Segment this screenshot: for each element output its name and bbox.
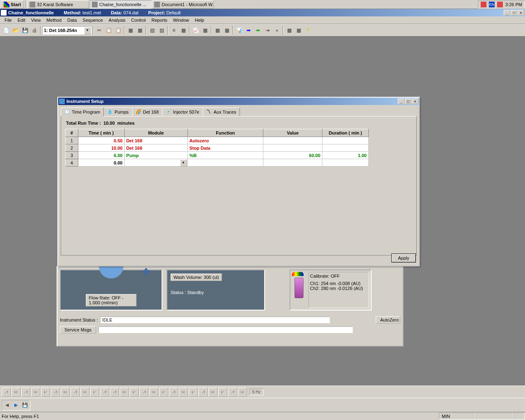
dialog-titlebar[interactable]: Instrument Setup _ □ ✕ (58, 98, 419, 105)
apply-button[interactable]: Apply (391, 253, 416, 262)
tray-icon[interactable] (481, 2, 486, 7)
tab-pumps[interactable]: 💧Pumps (103, 107, 132, 116)
table-row[interactable]: 210.00Det 168Stop Data (66, 144, 369, 152)
close-button[interactable]: ✕ (412, 98, 418, 104)
table-row[interactable]: 10.50Det 168Autozero (66, 137, 369, 144)
chart-button[interactable]: 📈 (191, 26, 200, 35)
peak-tool[interactable]: ⩘ (21, 388, 30, 397)
menu-control[interactable]: Control (128, 17, 148, 23)
copy-button[interactable]: 📋 (104, 26, 113, 35)
open-button[interactable]: 📂 (11, 26, 20, 35)
peak-tool[interactable]: ⩙ (149, 388, 158, 397)
peak-tool[interactable]: ⩗ (41, 388, 50, 397)
peak-tool[interactable]: ⩗ (90, 388, 99, 397)
cell-duration[interactable] (322, 159, 369, 167)
tool-button[interactable]: ▦ (201, 26, 210, 35)
taskbar-item-karat[interactable]: 32 Karat Software (27, 0, 89, 9)
time-program-table[interactable]: # Time ( min ) Module Function Value Dur… (65, 129, 369, 167)
peak-tool[interactable]: ⩘ (228, 388, 237, 397)
cell-time[interactable]: 0.00 (78, 159, 124, 167)
table-row[interactable]: 40.00 (66, 159, 369, 167)
autozero-button[interactable]: AutoZero (376, 316, 400, 324)
save-button[interactable]: 💾 (21, 402, 29, 409)
peak-tool[interactable]: ⩘ (139, 388, 148, 397)
close-button[interactable]: ✕ (518, 10, 524, 16)
peak-tool[interactable]: ⩘ (100, 388, 109, 397)
peak-tool[interactable]: ⩘ (51, 388, 60, 397)
maximize-button[interactable]: □ (405, 98, 411, 104)
cell-module[interactable]: Det 168 (124, 144, 187, 152)
menu-window[interactable]: Window (170, 17, 192, 23)
cell-duration[interactable] (322, 137, 369, 144)
minimize-button[interactable]: _ (504, 10, 510, 16)
minimize-button[interactable]: _ (398, 98, 404, 104)
menu-analysis[interactable]: Analysis (106, 17, 128, 23)
paste-button[interactable]: 📋 (114, 26, 123, 35)
tab-time-program[interactable]: 🕓Time Program (61, 107, 104, 116)
play-button[interactable]: ▶ (12, 402, 20, 409)
service-msgs-button[interactable]: Service Msgs (60, 326, 96, 333)
cell-value[interactable] (263, 159, 322, 167)
print-button[interactable]: 🖨 (30, 26, 39, 35)
peak-tool[interactable]: ⩙ (179, 388, 188, 397)
peak-tool[interactable]: ⩗ (218, 388, 227, 397)
tool-button[interactable]: ⇥ (263, 26, 272, 35)
save-button[interactable]: 💾 (21, 26, 30, 35)
cell-duration[interactable]: 1.00 (322, 152, 369, 159)
arrow-right-button[interactable]: ➡ (253, 26, 262, 35)
peak-tool[interactable]: ⩘ (2, 388, 11, 397)
detector-combo[interactable]: 1: Det 168-254n (42, 26, 91, 34)
tool-button[interactable]: ▦ (285, 26, 294, 35)
tool-button[interactable]: ▦ (135, 26, 144, 35)
menu-method[interactable]: Method (43, 17, 64, 23)
peak-tool[interactable]: ⩙ (208, 388, 217, 397)
peak-tool[interactable]: ⩙ (31, 388, 40, 397)
cell-time[interactable]: 0.50 (78, 137, 124, 144)
prev-button[interactable]: ◀ (3, 402, 11, 409)
tool-button[interactable]: ▦ (222, 26, 231, 35)
cell-function[interactable] (187, 159, 263, 167)
cell-duration[interactable] (322, 144, 369, 152)
cell-module[interactable]: Det 168 (124, 137, 187, 144)
menu-file[interactable]: File (2, 17, 15, 23)
peak-tool[interactable]: ⩘ (71, 388, 80, 397)
menu-sequence[interactable]: Sequence (80, 17, 106, 23)
peak-tool[interactable]: ⩘ (169, 388, 178, 397)
tool-button[interactable]: 📊 (235, 26, 244, 35)
tab-det168[interactable]: 🌈Det 168 (132, 107, 163, 116)
arrow-right-button[interactable]: ➡ (244, 26, 253, 35)
start-button[interactable]: Start (1, 0, 24, 9)
peak-tool[interactable]: ⩗ (159, 388, 168, 397)
menu-view[interactable]: View (28, 17, 44, 23)
peak-tool[interactable]: ⩘ (110, 388, 119, 397)
language-indicator[interactable]: EN (489, 2, 495, 7)
cell-value[interactable]: 60.00 (263, 152, 322, 159)
tool-button[interactable]: ▦ (179, 26, 188, 35)
peak-tool[interactable]: ⩙ (80, 388, 89, 397)
cell-function[interactable]: Autozero (187, 137, 263, 144)
maximize-button[interactable]: ❐ (511, 10, 517, 16)
cell-module[interactable] (124, 159, 187, 167)
tool-button[interactable]: ▤ (148, 26, 157, 35)
new-button[interactable]: 📄 (2, 26, 11, 35)
cut-button[interactable]: ✂ (95, 26, 104, 35)
cell-function[interactable]: Stop Data (187, 144, 263, 152)
peak-tool[interactable]: ⩗ (189, 388, 198, 397)
cell-value[interactable] (263, 144, 322, 152)
cell-function[interactable]: %B (187, 152, 263, 159)
peak-tool[interactable]: ⩙ (11, 388, 21, 397)
cell-time[interactable]: 6.00 (78, 152, 124, 159)
tool-button[interactable]: ▦ (294, 26, 303, 35)
taskbar-item-word[interactable]: Document1 - Microsoft W... (152, 0, 214, 9)
stop-button[interactable]: ● (272, 26, 281, 35)
tool-button[interactable]: ▦ (213, 26, 222, 35)
menu-data[interactable]: Data (64, 17, 80, 23)
peak-tool[interactable]: ⩘ (199, 388, 208, 397)
tool-button[interactable]: ▤ (157, 26, 166, 35)
tool-button[interactable]: ≡ (169, 26, 178, 35)
peak-tool[interactable]: ⩙ (61, 388, 70, 397)
tab-injector[interactable]: 💉Injector 507e (162, 107, 203, 116)
help-button[interactable]: ? (304, 26, 313, 35)
menu-reports[interactable]: Reports (148, 17, 170, 23)
cell-time[interactable]: 10.00 (78, 144, 124, 152)
